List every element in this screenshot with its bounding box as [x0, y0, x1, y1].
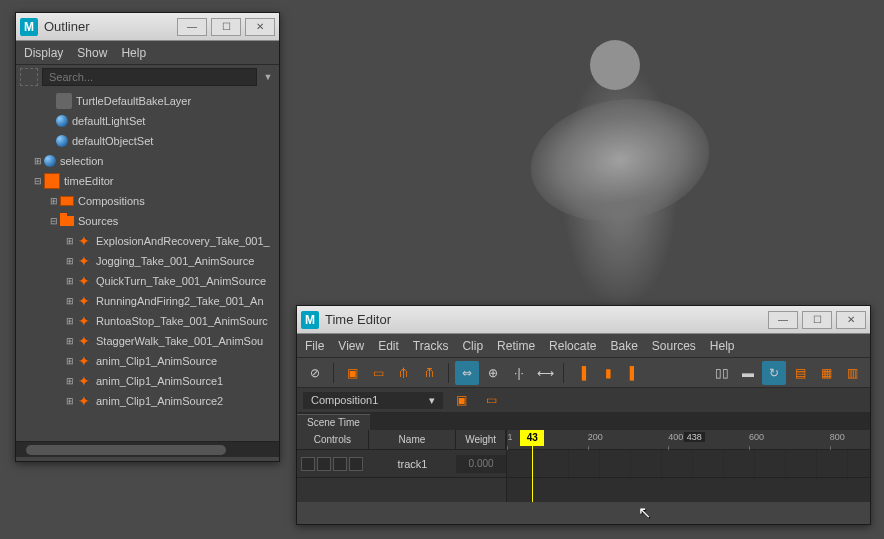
- track-name[interactable]: track1: [369, 458, 457, 470]
- move-tool-icon[interactable]: ⇔: [455, 361, 479, 385]
- tree-item[interactable]: ⊟Sources: [16, 211, 279, 231]
- menu-tracks[interactable]: Tracks: [413, 339, 449, 353]
- comp-icon: [60, 196, 74, 206]
- menu-help[interactable]: Help: [121, 46, 146, 60]
- menu-help[interactable]: Help: [710, 339, 735, 353]
- menu-sources[interactable]: Sources: [652, 339, 696, 353]
- tree-item[interactable]: ⊞anim_Clip1_AnimSource2: [16, 391, 279, 411]
- menu-relocate[interactable]: Relocate: [549, 339, 596, 353]
- menu-show[interactable]: Show: [77, 46, 107, 60]
- trim-start-icon[interactable]: ▐: [570, 361, 594, 385]
- menu-edit[interactable]: Edit: [378, 339, 399, 353]
- lock-toggle[interactable]: [333, 457, 347, 471]
- outliner-titlebar[interactable]: M Outliner — ☐ ✕: [16, 13, 279, 41]
- grid-icon[interactable]: ▦: [814, 361, 838, 385]
- clip-icon[interactable]: ▭: [366, 361, 390, 385]
- expand-icon[interactable]: ⊞: [64, 275, 76, 287]
- disable-icon[interactable]: ⊘: [303, 361, 327, 385]
- expand-icon[interactable]: ⊞: [64, 295, 76, 307]
- tree-item[interactable]: ⊞ExplosionAndRecovery_Take_001_: [16, 231, 279, 251]
- time-editor-menubar: File View Edit Tracks Clip Retime Reloca…: [297, 334, 870, 358]
- import-icon[interactable]: ▭: [479, 388, 503, 412]
- expand-icon[interactable]: [44, 95, 56, 107]
- search-input[interactable]: [42, 68, 257, 86]
- group-icon[interactable]: ⫛: [392, 361, 416, 385]
- retime-tool-icon[interactable]: ·|·: [507, 361, 531, 385]
- tree-item[interactable]: ⊞anim_Clip1_AnimSource: [16, 351, 279, 371]
- expand-icon[interactable]: ⊞: [32, 155, 44, 167]
- composition-dropdown[interactable]: Composition1 ▾: [303, 392, 443, 409]
- track-weight[interactable]: 0.000: [456, 455, 506, 473]
- tree-item[interactable]: ⊞selection: [16, 151, 279, 171]
- frame-end-marker[interactable]: 438: [684, 432, 705, 442]
- add-track-icon[interactable]: ▣: [340, 361, 364, 385]
- viewport-character: [560, 60, 680, 310]
- timeline-ruler[interactable]: 120040060080043438: [507, 430, 870, 450]
- close-button[interactable]: ✕: [836, 311, 866, 329]
- expand-icon[interactable]: ⊞: [48, 195, 60, 207]
- playhead[interactable]: 43: [520, 430, 544, 446]
- snap-icon[interactable]: ▬: [736, 361, 760, 385]
- expand-icon[interactable]: ⊞: [64, 355, 76, 367]
- tree-item[interactable]: ⊞RuntoaStop_Take_001_AnimSourc: [16, 311, 279, 331]
- tree-item[interactable]: ⊞StaggerWalk_Take_001_AnimSou: [16, 331, 279, 351]
- expand-icon[interactable]: ⊞: [64, 335, 76, 347]
- menu-clip[interactable]: Clip: [462, 339, 483, 353]
- time-editor-titlebar[interactable]: M Time Editor — ☐ ✕: [297, 306, 870, 334]
- expand-icon[interactable]: ⊞: [64, 395, 76, 407]
- tree-item[interactable]: defaultLightSet: [16, 111, 279, 131]
- expand-icon[interactable]: ⊟: [48, 215, 60, 227]
- horizontal-scrollbar[interactable]: [16, 441, 279, 457]
- timeline[interactable]: 120040060080043438: [507, 430, 870, 502]
- razor-tool-icon[interactable]: ⟷: [533, 361, 557, 385]
- rec-toggle[interactable]: [349, 457, 363, 471]
- tree-item[interactable]: ⊞anim_Clip1_AnimSource1: [16, 371, 279, 391]
- new-comp-icon[interactable]: ▣: [449, 388, 473, 412]
- expand-icon[interactable]: ⊞: [64, 375, 76, 387]
- ghost-icon[interactable]: ▤: [788, 361, 812, 385]
- ripple-icon[interactable]: ▯▯: [710, 361, 734, 385]
- expand-icon[interactable]: ⊞: [64, 235, 76, 247]
- maximize-button[interactable]: ☐: [211, 18, 241, 36]
- tree-item-label: Sources: [78, 215, 118, 227]
- minimize-button[interactable]: —: [177, 18, 207, 36]
- expand-icon[interactable]: ⊟: [32, 175, 44, 187]
- timeline-lane[interactable]: [507, 450, 870, 478]
- tree-item[interactable]: ⊞Compositions: [16, 191, 279, 211]
- expand-icon[interactable]: [44, 135, 56, 147]
- expand-icon[interactable]: ⊞: [64, 315, 76, 327]
- solo-toggle[interactable]: [317, 457, 331, 471]
- outliner-tree[interactable]: TurtleDefaultBakeLayerdefaultLightSetdef…: [16, 89, 279, 441]
- outliner-window: M Outliner — ☐ ✕ Display Show Help ▼ Tur…: [15, 12, 280, 462]
- track-row[interactable]: track1 0.000: [297, 450, 506, 478]
- outliner-menubar: Display Show Help: [16, 41, 279, 65]
- menu-bake[interactable]: Bake: [610, 339, 637, 353]
- trim-end-icon[interactable]: ▌: [622, 361, 646, 385]
- track-headers: Controls Name Weight: [297, 430, 506, 450]
- tree-item[interactable]: ⊞QuickTurn_Take_001_AnimSource: [16, 271, 279, 291]
- close-button[interactable]: ✕: [245, 18, 275, 36]
- collapse-icon[interactable]: [20, 68, 38, 86]
- minimize-button[interactable]: —: [768, 311, 798, 329]
- mute-toggle[interactable]: [301, 457, 315, 471]
- timeline-lanes[interactable]: [507, 450, 870, 502]
- tree-item[interactable]: ⊟timeEditor: [16, 171, 279, 191]
- loop-icon[interactable]: ↻: [762, 361, 786, 385]
- tree-item[interactable]: TurtleDefaultBakeLayer: [16, 91, 279, 111]
- tree-item[interactable]: ⊞Jogging_Take_001_AnimSource: [16, 251, 279, 271]
- menu-retime[interactable]: Retime: [497, 339, 535, 353]
- tree-item[interactable]: ⊞RunningAndFiring2_Take_001_An: [16, 291, 279, 311]
- split-icon[interactable]: ▮: [596, 361, 620, 385]
- options-icon[interactable]: ▥: [840, 361, 864, 385]
- expand-icon[interactable]: [44, 115, 56, 127]
- menu-display[interactable]: Display: [24, 46, 63, 60]
- expand-icon[interactable]: ⊞: [64, 255, 76, 267]
- menu-file[interactable]: File: [305, 339, 324, 353]
- menu-view[interactable]: View: [338, 339, 364, 353]
- maximize-button[interactable]: ☐: [802, 311, 832, 329]
- search-dropdown-icon[interactable]: ▼: [261, 72, 275, 82]
- ungroup-icon[interactable]: ⫚: [418, 361, 442, 385]
- header-weight: Weight: [456, 430, 506, 449]
- tree-item[interactable]: defaultObjectSet: [16, 131, 279, 151]
- scale-tool-icon[interactable]: ⊕: [481, 361, 505, 385]
